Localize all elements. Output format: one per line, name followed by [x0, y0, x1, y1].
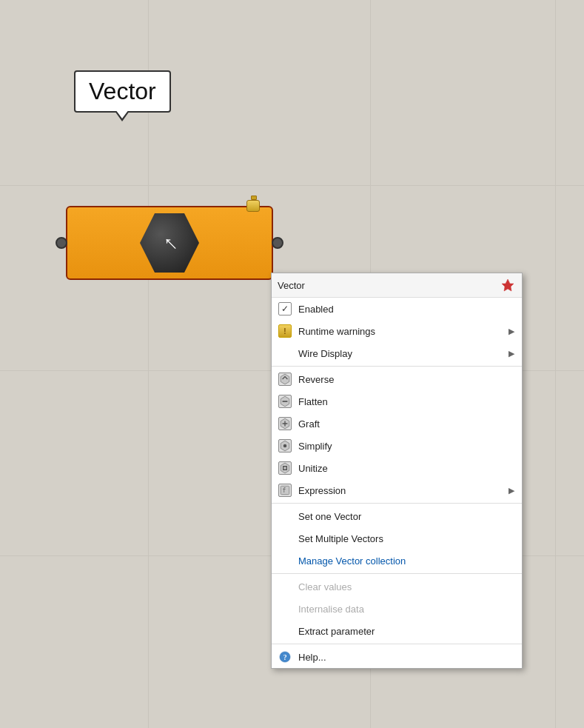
wire-display-label: Wire Display — [298, 348, 509, 359]
component-tooltip: Vector — [74, 70, 171, 113]
menu-item-flatten[interactable]: Flatten — [272, 390, 522, 413]
divider-3 — [272, 573, 522, 574]
tooltip-label: Vector — [89, 78, 156, 104]
divider-1 — [272, 366, 522, 367]
unitize-label: Unitize — [298, 463, 514, 474]
menu-item-manage-vector-collection[interactable]: Manage Vector collection — [272, 550, 522, 572]
simplify-label: Simplify — [298, 441, 514, 452]
divider-4 — [272, 644, 522, 644]
node-arrow-icon: ↑ — [157, 230, 183, 256]
simplify-icon — [278, 438, 292, 453]
manage-vector-collection-label: Manage Vector collection — [298, 555, 514, 567]
component-node[interactable]: ↑ — [56, 206, 283, 280]
submenu-arrow-runtime: ▶ — [509, 327, 514, 336]
svg-text:f: f — [283, 487, 286, 494]
svg-point-0 — [283, 444, 287, 448]
node-hexagon: ↑ — [140, 213, 199, 273]
set-multiple-vectors-label: Set Multiple Vectors — [298, 533, 514, 544]
pin-icon — [500, 277, 516, 293]
menu-item-reverse[interactable]: Reverse — [272, 368, 522, 390]
menu-item-extract-parameter[interactable]: Extract parameter — [272, 620, 522, 642]
menu-item-set-multiple-vectors[interactable]: Set Multiple Vectors — [272, 527, 522, 550]
flatten-label: Flatten — [298, 396, 514, 407]
reverse-label: Reverse — [298, 374, 514, 385]
help-icon: ? — [278, 649, 292, 664]
expression-label: Expression — [298, 485, 509, 496]
graft-label: Graft — [298, 418, 514, 430]
menu-item-runtime-warnings[interactable]: ! Runtime warnings ▶ — [272, 320, 522, 342]
clear-values-label: Clear values — [298, 581, 514, 592]
menu-name-input[interactable]: Vector — [278, 280, 500, 291]
submenu-arrow-wire: ▶ — [509, 349, 514, 358]
menu-item-enabled[interactable]: ✓ Enabled — [272, 298, 522, 320]
reverse-icon — [278, 372, 292, 387]
wire-display-icon — [278, 346, 292, 361]
enabled-label: Enabled — [298, 304, 514, 315]
menu-item-wire-display[interactable]: Wire Display ▶ — [272, 342, 522, 364]
svg-text:?: ? — [283, 653, 287, 661]
node-pin — [246, 196, 261, 212]
set-multiple-vectors-icon — [278, 531, 292, 546]
menu-item-help[interactable]: ? Help... — [272, 646, 522, 668]
expression-icon: f — [278, 483, 292, 498]
internalise-data-icon — [278, 601, 292, 616]
extract-parameter-icon — [278, 624, 292, 638]
context-menu: Vector ✓ Enabled ! Runtime warnings ▶ Wi… — [271, 273, 523, 669]
menu-item-internalise-data: Internalise data — [272, 598, 522, 620]
manage-vector-collection-icon — [278, 553, 292, 568]
runtime-warnings-icon: ! — [278, 324, 292, 338]
help-label: Help... — [298, 652, 514, 663]
menu-item-unitize[interactable]: Unitize — [272, 457, 522, 479]
node-connector-left[interactable] — [56, 237, 67, 249]
divider-2 — [272, 503, 522, 504]
graft-icon — [278, 416, 292, 431]
enabled-checkbox-icon: ✓ — [278, 301, 292, 316]
menu-item-simplify[interactable]: Simplify — [272, 435, 522, 457]
clear-values-icon — [278, 579, 292, 594]
runtime-warnings-label: Runtime warnings — [298, 326, 509, 337]
submenu-arrow-expression: ▶ — [509, 486, 514, 495]
extract-parameter-label: Extract parameter — [298, 626, 514, 637]
set-one-vector-icon — [278, 509, 292, 524]
menu-item-clear-values: Clear values — [272, 575, 522, 598]
node-body[interactable]: ↑ — [66, 206, 273, 280]
menu-header: Vector — [272, 273, 522, 298]
menu-item-expression[interactable]: f Expression ▶ — [272, 479, 522, 501]
unitize-icon — [278, 461, 292, 475]
menu-item-graft[interactable]: Graft — [272, 413, 522, 435]
menu-item-set-one-vector[interactable]: Set one Vector — [272, 505, 522, 527]
node-connector-right[interactable] — [272, 237, 283, 249]
flatten-icon — [278, 394, 292, 409]
set-one-vector-label: Set one Vector — [298, 511, 514, 522]
internalise-data-label: Internalise data — [298, 604, 514, 615]
